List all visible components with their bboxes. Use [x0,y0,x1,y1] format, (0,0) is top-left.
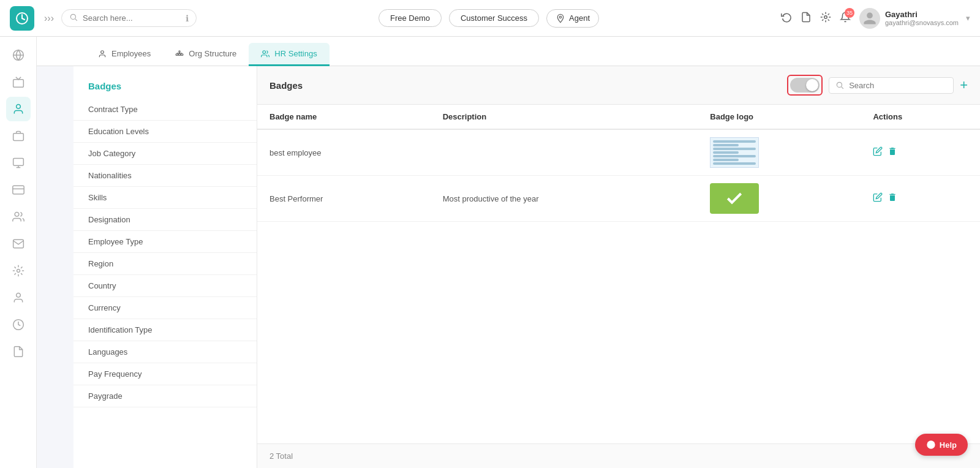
sidebar-item-education-levels[interactable]: Education Levels [74,121,257,143]
svg-point-17 [263,50,266,53]
svg-rect-12 [181,54,184,55]
doc-line-4 [713,151,739,154]
sidebar-item-languages[interactable]: Languages [74,341,257,363]
sidebar-item-identification-type[interactable]: Identification Type [74,319,257,341]
user-info[interactable]: Gayathri gayathri@snovasys.com ▾ [859,8,970,29]
doc-line-3 [713,148,756,150]
delete-icon-1[interactable] [888,146,897,159]
actions-cell-1 [861,129,980,176]
refresh-icon[interactable] [781,12,792,25]
sidebar-item-contract-type[interactable]: Contract Type [74,99,257,121]
sidebar-icon-card[interactable] [6,178,31,202]
svg-point-8 [179,50,180,51]
svg-point-7 [101,50,104,53]
delete-icon-2[interactable] [888,192,897,205]
search-input[interactable] [83,13,181,23]
content-panel: Badges + Badge name [257,66,980,468]
sidebar-icon-mail[interactable] [6,232,31,256]
sidebar-item-region[interactable]: Region [74,253,257,275]
table-wrap: Badge name Description Badge logo Action… [257,105,980,443]
sidebar-icon-settings[interactable] [6,259,31,283]
sidebar-item-employee-type[interactable]: Employee Type [74,231,257,253]
svg-line-33 [842,87,843,89]
tab-org-structure[interactable]: Org Structure [163,43,249,66]
sidebar-item-country[interactable]: Country [74,275,257,297]
search-input-wrap [829,77,954,94]
doc-line-2 [713,144,739,146]
help-label: Help [940,440,957,450]
free-demo-button[interactable]: Free Demo [379,9,442,27]
edit-icon-2[interactable] [873,192,883,205]
bell-icon[interactable]: 35 [840,12,851,25]
tab-employees[interactable]: Employees [86,43,163,66]
gear-icon[interactable] [820,12,831,25]
svg-rect-20 [13,80,23,88]
action-icons-2 [873,192,968,205]
panel-title: Badges [270,80,303,91]
col-description: Description [431,105,698,129]
table-row: Best Performer Most productive of the ye… [257,176,980,222]
sidebar-item-pay-frequency[interactable]: Pay Frequency [74,363,257,385]
customer-success-button[interactable]: Customer Success [449,9,539,27]
table-search-input[interactable] [849,81,947,90]
toggle-wrapper [787,75,823,96]
sidebar-icon-bar [0,37,37,468]
badge-name-cell: Best Performer [257,176,431,222]
search-icon [69,13,78,23]
svg-rect-22 [13,134,23,141]
sidebar-icon-monitor[interactable] [6,151,31,175]
sidebar-item-currency[interactable]: Currency [74,297,257,319]
sidebar-icon-document[interactable] [6,339,31,364]
badge-doc-img [710,137,759,168]
add-button[interactable]: + [960,77,968,93]
panel-header: Badges + [257,66,980,105]
action-icons-1 [873,146,968,159]
doc-line-1 [713,140,756,143]
sidebar-icon-person[interactable] [6,97,31,121]
svg-point-5 [559,16,561,18]
sidebar-icon-briefcase[interactable] [6,124,31,148]
description-cell: Most productive of the year [431,176,698,222]
agent-button[interactable]: Agent [546,9,599,28]
content-area: Badges + Badge name [257,66,980,468]
topbar-icons: 35 Gayathri gayathri@snovasys.com ▾ [781,8,970,29]
sidebar-icon-user2[interactable] [6,285,31,310]
svg-rect-10 [176,54,178,55]
help-icon [926,440,936,450]
sidebar-item-designation[interactable]: Designation [74,209,257,231]
checkmark-icon [725,189,744,208]
sidebar-item-nationalities[interactable]: Nationalities [74,165,257,187]
svg-point-28 [15,213,19,217]
badges-table: Badge name Description Badge logo Action… [257,105,980,222]
sidebar-item-paygrade[interactable]: Paygrade [74,385,257,407]
panel-actions: + [787,75,968,96]
doc-line-5 [713,155,756,157]
svg-point-3 [70,14,75,19]
svg-point-32 [837,82,842,87]
sidebar-icon-globe[interactable] [6,43,31,67]
col-actions: Actions [861,105,980,129]
user-email: gayathri@snovasys.com [885,19,959,26]
toggle-switch[interactable] [790,78,820,92]
table-row: best employee [257,129,980,176]
user-details: Gayathri gayathri@snovasys.com [885,10,959,26]
info-icon: ℹ [186,13,189,23]
badge-check-img [710,183,759,214]
sidebar-icon-clock[interactable] [6,312,31,337]
total-label: 2 Total [270,451,293,461]
sidebar-icon-tv[interactable] [6,70,31,94]
sidebar-icon-group[interactable] [6,205,31,229]
edit-icon-1[interactable] [873,146,883,159]
tab-hr-settings[interactable]: HR Settings [249,43,329,66]
badge-logo-cell [698,176,861,222]
expand-icon[interactable]: ››› [44,13,54,24]
svg-line-4 [75,19,77,21]
badge-logo-1 [710,137,848,168]
sidebar-item-skills[interactable]: Skills [74,187,257,209]
sidebar-item-job-category[interactable]: Job Category [74,143,257,165]
svg-rect-11 [179,54,181,55]
help-button[interactable]: Help [915,434,968,456]
topbar-center: Free Demo Customer Success Agent [204,9,774,28]
sidebar-menu-title-badges[interactable]: Badges [74,76,257,99]
document-icon[interactable] [801,12,812,25]
